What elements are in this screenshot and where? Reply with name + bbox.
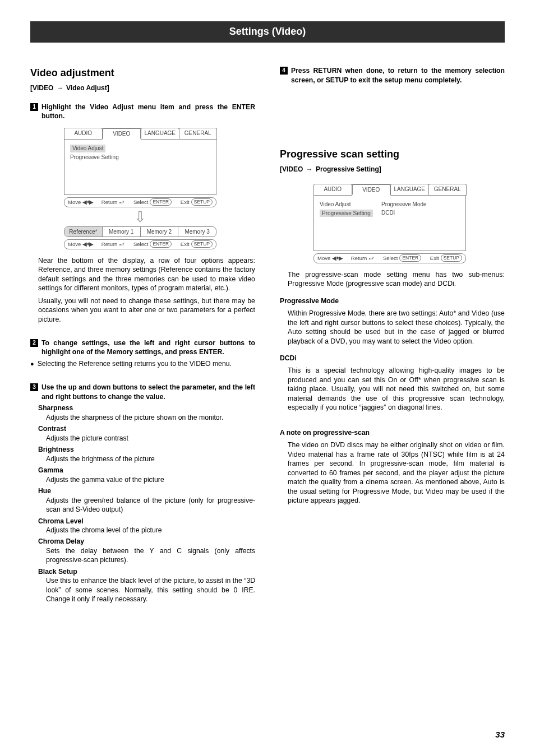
osd-right-column: Progressive Mode DCDi: [381, 200, 427, 217]
arrow-right-icon: →: [57, 84, 63, 92]
osd-item-dcdi: DCDi: [381, 209, 427, 217]
figure-osd-video-adjust: AUDIO VIDEO LANGUAGE GENERAL Video Adjus…: [64, 128, 216, 249]
breadcrumb-part-b: Video Adjust]: [66, 84, 109, 92]
enter-pill: ENTER: [399, 254, 421, 262]
step-number-1: 1: [30, 103, 38, 111]
param-chroma-level-name: Chroma Level: [38, 517, 255, 526]
paragraph-progressive-mode: Within Progressive Mode, there are two s…: [288, 309, 505, 346]
osd-tab-video: VIDEO: [352, 184, 391, 196]
step-4-text: Press RETURN when done, to return to the…: [291, 66, 505, 85]
hint-select-2: Select ENTER: [133, 240, 172, 248]
subhead-dcdi: DCDi: [280, 354, 505, 363]
step-number-2: 2: [30, 339, 38, 347]
return-icon: ⮐: [119, 241, 124, 248]
step-2: 2 To change settings, use the left and r…: [30, 338, 255, 357]
paragraph-dcdi: This is a special technology allowing hi…: [288, 366, 505, 412]
breadcrumb-part-b: Progressive Setting]: [316, 165, 381, 173]
step-2-text: To change settings, use the left and rig…: [41, 338, 255, 357]
bullet-icon: ●: [30, 359, 34, 368]
hint-exit: Exit SETUP: [181, 198, 213, 206]
param-contrast-name: Contrast: [38, 424, 255, 433]
memory-3: Memory 3: [178, 227, 216, 237]
dpad-icon: ◀✦▶: [82, 240, 93, 248]
paragraph-intro-progressive: The progressive-scan mode setting menu h…: [288, 270, 505, 289]
enter-pill: ENTER: [150, 240, 172, 248]
hint-select: Select ENTER: [133, 198, 172, 206]
chapter-title: Settings (Video): [30, 21, 505, 43]
figure-osd-progressive: AUDIO VIDEO LANGUAGE GENERAL Video Adjus…: [313, 184, 466, 263]
param-chroma-level-desc: Adjusts the chroma level of the picture: [46, 526, 255, 535]
setup-pill: SETUP: [191, 198, 213, 206]
memory-reference: Reference*: [64, 227, 103, 237]
osd-tab-video: VIDEO: [102, 128, 142, 140]
subhead-progressive-mode: Progressive Mode: [280, 296, 505, 305]
param-hue-desc: Adjusts the green/red balance of the pic…: [46, 496, 255, 514]
hint-exit-2: Exit SETUP: [181, 240, 213, 248]
param-black-setup-desc: Use this to enhance the black level of t…: [46, 576, 255, 604]
hint-move-2: Move ◀✦▶: [68, 240, 93, 248]
dpad-icon: ◀✦▶: [82, 198, 93, 206]
right-column: 4 Press RETURN when done, to return to t…: [280, 66, 505, 605]
param-brightness-desc: Adjusts the brightness of the picture: [46, 454, 255, 463]
hint-return-2: Return⮐: [102, 241, 125, 248]
page-number: 33: [495, 729, 505, 740]
param-hue-name: Hue: [38, 486, 255, 495]
param-sharpness-desc: Adjusts the sharpness of the picture sho…: [46, 413, 255, 422]
osd-item-video-adjust: Video Adjust: [70, 145, 105, 152]
bullet-text: Selecting the Reference setting returns …: [38, 359, 232, 368]
osd-hint-bar: Move ◀✦▶ Return⮐ Select ENTER Exit SETUP: [313, 253, 466, 263]
step-4: 4 Press RETURN when done, to return to t…: [280, 66, 505, 85]
osd-tab-row: AUDIO VIDEO LANGUAGE GENERAL: [313, 184, 466, 196]
param-chroma-delay-name: Chroma Delay: [38, 537, 255, 546]
param-black-setup-name: Black Setup: [38, 567, 255, 576]
step-3: 3 Use the up and down buttons to select …: [30, 383, 255, 401]
osd-tab-general: GENERAL: [428, 184, 467, 196]
step-number-3: 3: [30, 383, 38, 391]
step-3-text: Use the up and down buttons to select th…: [41, 383, 255, 401]
setup-pill: SETUP: [441, 254, 462, 262]
param-chroma-delay-desc: Sets the delay between the Y and C signa…: [46, 546, 255, 565]
param-brightness-name: Brightness: [38, 445, 255, 454]
breadcrumb-part-a: [VIDEO: [280, 165, 303, 173]
hint-return: Return⮐: [102, 199, 125, 206]
paragraph-options-description: Near the bottom of the display, a row of…: [38, 256, 255, 293]
osd-tab-audio: AUDIO: [64, 128, 103, 140]
arrow-right-icon: →: [306, 165, 313, 174]
bullet-reference-note: ● Selecting the Reference setting return…: [30, 359, 255, 368]
return-icon: ⮐: [368, 255, 374, 262]
memory-2: Memory 2: [141, 227, 179, 237]
subhead-note-progressive: A note on progressive-scan: [280, 428, 505, 437]
paragraph-usually: Usually, you will not need to change the…: [38, 296, 255, 324]
osd-tab-language: LANGUAGE: [390, 184, 429, 196]
param-gamma-name: Gamma: [38, 466, 255, 475]
breadcrumb-video-adjust: [VIDEO → Video Adjust]: [30, 84, 255, 92]
osd-item-progressive-setting: Progressive Setting: [320, 210, 373, 217]
return-icon: ⮐: [119, 199, 124, 206]
param-sharpness-name: Sharpness: [38, 403, 255, 412]
hint-move: Move ◀✦▶: [317, 254, 342, 262]
osd-tab-general: GENERAL: [179, 128, 218, 140]
arrow-down-icon: ⇩: [64, 210, 216, 224]
paragraph-note-progressive: The video on DVD discs may be either ori…: [288, 440, 505, 505]
breadcrumb-part-a: [VIDEO: [30, 84, 53, 92]
osd-tab-language: LANGUAGE: [141, 128, 179, 140]
param-contrast-desc: Adjusts the picture contrast: [46, 434, 255, 443]
parameter-list: Sharpness Adjusts the sharpness of the p…: [30, 403, 255, 604]
two-column-layout: Video adjustment [VIDEO → Video Adjust] …: [30, 66, 505, 605]
page: Settings (Video) Video adjustment [VIDEO…: [0, 0, 535, 756]
osd-hint-bar-2: Move ◀✦▶ Return⮐ Select ENTER Exit SETUP: [64, 239, 216, 249]
step-number-4: 4: [280, 67, 288, 75]
osd-pane: Video Adjust Progressive Setting: [64, 139, 216, 195]
osd-pane: Video Adjust Progressive Setting Progres…: [313, 195, 466, 251]
osd-item-progressive-mode: Progressive Mode: [381, 201, 427, 208]
section-heading-progressive-scan: Progressive scan setting: [280, 147, 505, 161]
section-heading-video-adjustment: Video adjustment: [30, 66, 255, 80]
memory-1: Memory 1: [103, 227, 141, 237]
hint-exit: Exit SETUP: [430, 254, 462, 262]
dpad-icon: ◀✦▶: [332, 254, 342, 262]
step-1: 1 Highlight the Video Adjust menu item a…: [30, 103, 255, 121]
memory-row: Reference* Memory 1 Memory 2 Memory 3: [64, 226, 216, 238]
osd-hint-bar: Move ◀✦▶ Return⮐ Select ENTER Exit SETUP: [64, 197, 216, 207]
step-1-text: Highlight the Video Adjust menu item and…: [41, 103, 255, 121]
osd-item-progressive-setting: Progressive Setting: [70, 154, 210, 161]
